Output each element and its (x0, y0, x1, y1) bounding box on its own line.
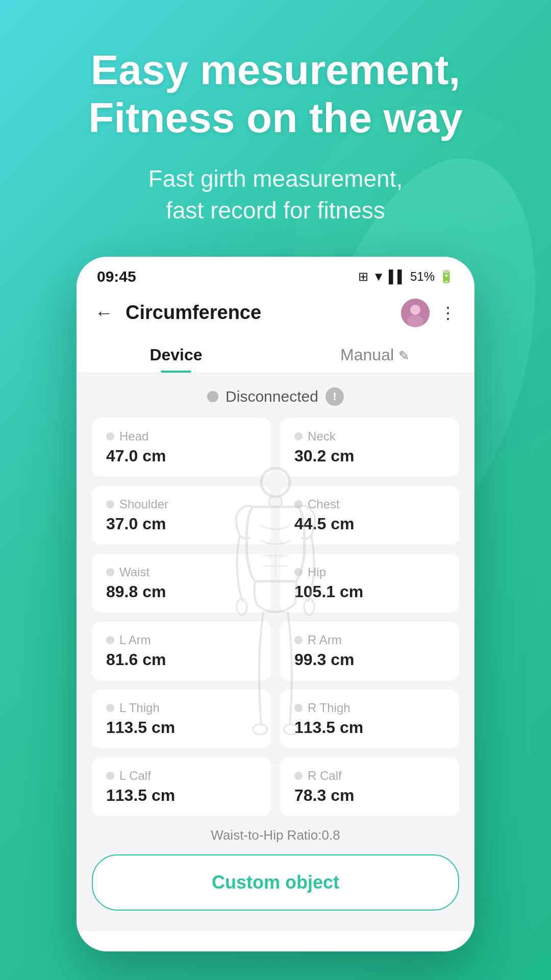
shoulder-dot (106, 500, 114, 508)
phone-screen: 09:45 ⊞ ▼ ▌▌ 51% 🔋 ← Circumference ⋮ (77, 257, 474, 951)
l-calf-dot (106, 772, 114, 780)
hip-value: 105.1 cm (294, 582, 445, 601)
chest-label: Chest (294, 497, 445, 511)
hero-title: Easy mesurement,Fitness on the way (0, 46, 551, 142)
waist-label: Waist (106, 565, 257, 579)
battery-indicator: 51% (410, 270, 435, 284)
chest-value: 44.5 cm (294, 514, 445, 533)
chest-dot (294, 500, 303, 508)
hip-dot (294, 568, 303, 576)
info-icon[interactable]: ! (325, 387, 344, 406)
measurement-l-calf[interactable]: L Calf 113.5 cm (92, 757, 271, 816)
whr-label: Waist-to-Hip Ratio:0.8 (77, 816, 474, 847)
r-thigh-dot (294, 704, 303, 712)
neck-value: 30.2 cm (294, 447, 445, 465)
back-button[interactable]: ← (95, 302, 113, 324)
hip-label: Hip (294, 565, 445, 579)
measurement-head[interactable]: Head 47.0 cm (92, 418, 271, 477)
tab-device-label: Device (149, 346, 202, 364)
measurement-r-thigh[interactable]: R Thigh 113.5 cm (280, 690, 459, 748)
r-arm-label: R Arm (294, 633, 445, 647)
head-dot (106, 432, 114, 440)
waist-value: 89.8 cm (106, 582, 257, 601)
measurements-grid: Head 47.0 cm Neck 30.2 cm (92, 418, 459, 816)
tab-manual[interactable]: Manual ✎ (276, 335, 474, 373)
r-calf-value: 78.3 cm (294, 786, 445, 805)
l-thigh-label: L Thigh (106, 701, 257, 715)
measurement-r-arm[interactable]: R Arm 99.3 cm (280, 622, 459, 680)
head-label: Head (106, 429, 257, 444)
custom-btn-wrapper: Custom object (77, 847, 474, 921)
battery-icon: 🔋 (439, 270, 454, 284)
l-calf-value: 113.5 cm (106, 786, 257, 805)
svg-point-1 (410, 305, 420, 315)
shoulder-value: 37.0 cm (106, 514, 257, 533)
measurement-neck[interactable]: Neck 30.2 cm (280, 418, 459, 477)
l-calf-label: L Calf (106, 769, 257, 783)
tab-bar: Device Manual ✎ (77, 335, 474, 373)
r-calf-label: R Calf (294, 769, 445, 783)
measurement-chest[interactable]: Chest 44.5 cm (280, 486, 459, 545)
more-options-icon[interactable]: ⋮ (440, 303, 456, 323)
avatar[interactable] (401, 299, 430, 327)
r-arm-value: 99.3 cm (294, 650, 445, 669)
hero-section: Easy mesurement,Fitness on the way Fast … (0, 0, 551, 226)
measurement-r-calf[interactable]: R Calf 78.3 cm (280, 757, 459, 816)
wifi-icon: ▼ (372, 270, 385, 284)
hero-subtitle: Fast girth measurement,fast record for f… (0, 163, 551, 226)
l-thigh-value: 113.5 cm (106, 718, 257, 737)
r-calf-dot (294, 772, 303, 780)
svg-point-2 (407, 315, 423, 327)
page-title: Circumference (126, 302, 401, 324)
connection-dot (207, 391, 218, 402)
tab-manual-label: Manual (340, 346, 394, 364)
content-area: Disconnected ! Head 47.0 cm (77, 373, 474, 931)
l-arm-dot (106, 636, 114, 644)
lock-icon: ⊞ (358, 270, 368, 284)
measurement-l-arm[interactable]: L Arm 81.6 cm (92, 622, 271, 680)
head-value: 47.0 cm (106, 447, 257, 465)
shoulder-label: Shoulder (106, 497, 257, 511)
edit-icon: ✎ (398, 348, 410, 363)
measurement-waist[interactable]: Waist 89.8 cm (92, 554, 271, 612)
neck-label: Neck (294, 429, 445, 444)
r-thigh-label: R Thigh (294, 701, 445, 715)
measurement-hip[interactable]: Hip 105.1 cm (280, 554, 459, 612)
l-arm-value: 81.6 cm (106, 650, 257, 669)
status-bar: 09:45 ⊞ ▼ ▌▌ 51% 🔋 (77, 257, 474, 290)
measurements-wrapper: Head 47.0 cm Neck 30.2 cm (77, 418, 474, 816)
connection-status-text: Disconnected (226, 388, 318, 405)
waist-dot (106, 568, 114, 576)
neck-dot (294, 432, 303, 440)
r-arm-dot (294, 636, 303, 644)
tab-device[interactable]: Device (77, 335, 276, 373)
app-header: ← Circumference ⋮ (77, 290, 474, 335)
signal-icon: ▌▌ (389, 270, 406, 284)
measurement-l-thigh[interactable]: L Thigh 113.5 cm (92, 690, 271, 748)
phone-mockup: 09:45 ⊞ ▼ ▌▌ 51% 🔋 ← Circumference ⋮ (77, 257, 474, 951)
connection-status-bar: Disconnected ! (77, 373, 474, 418)
custom-object-button[interactable]: Custom object (92, 854, 459, 911)
l-arm-label: L Arm (106, 633, 257, 647)
measurement-shoulder[interactable]: Shoulder 37.0 cm (92, 486, 271, 545)
r-thigh-value: 113.5 cm (294, 718, 445, 737)
status-icons: ⊞ ▼ ▌▌ 51% 🔋 (358, 270, 454, 284)
status-time: 09:45 (97, 268, 136, 285)
l-thigh-dot (106, 704, 114, 712)
